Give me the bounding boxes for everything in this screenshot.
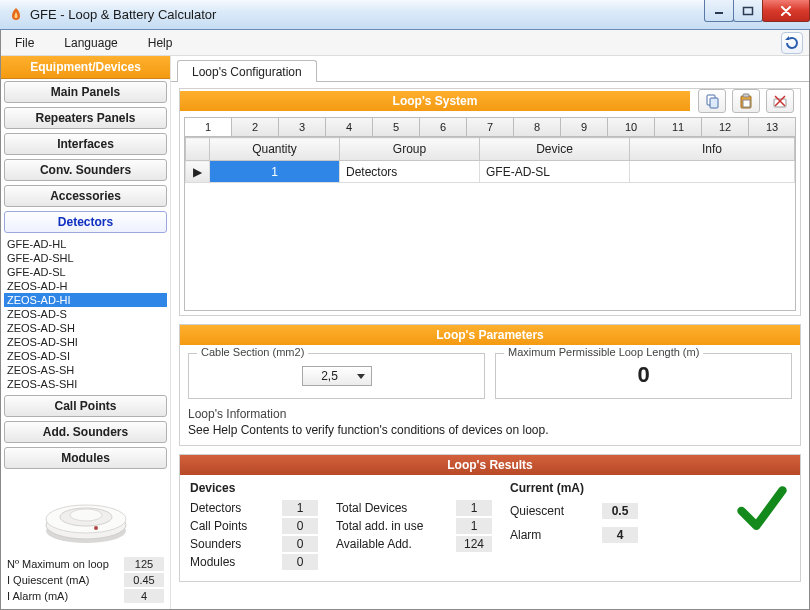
loop-length-label: Maximum Permissible Loop Length (m) xyxy=(504,346,703,358)
label: Quiescent xyxy=(510,504,592,518)
devices-header: Devices xyxy=(190,481,318,495)
value: 124 xyxy=(456,536,492,552)
detector-item[interactable]: ZEOS-AD-SHI xyxy=(4,335,167,349)
row-indicator-icon: ▶ xyxy=(186,161,210,183)
loop-tab[interactable]: 12 xyxy=(701,117,749,136)
loop-tab[interactable]: 2 xyxy=(231,117,279,136)
detector-list: GFE-AD-HL GFE-AD-SHL GFE-AD-SL ZEOS-AD-H… xyxy=(4,237,167,391)
loop-tab[interactable]: 9 xyxy=(560,117,608,136)
sidebar-interfaces[interactable]: Interfaces xyxy=(4,133,167,155)
copy-button[interactable] xyxy=(698,89,726,113)
col-quantity[interactable]: Quantity xyxy=(210,138,340,161)
value: 0.5 xyxy=(602,503,638,519)
menu-language[interactable]: Language xyxy=(56,34,125,52)
label: Detectors xyxy=(190,501,272,515)
loop-tab[interactable]: 13 xyxy=(748,117,796,136)
sidebar-conv-sounders[interactable]: Conv. Sounders xyxy=(4,159,167,181)
window-close-button[interactable] xyxy=(762,0,810,22)
svg-rect-0 xyxy=(715,12,723,14)
detector-item[interactable]: ZEOS-AS-SHI xyxy=(4,377,167,391)
value: 0 xyxy=(282,536,318,552)
loop-information: Loop's Information See Help Contents to … xyxy=(180,407,800,445)
col-device[interactable]: Device xyxy=(480,138,630,161)
sidebar-call-points[interactable]: Call Points xyxy=(4,395,167,417)
detector-item[interactable]: ZEOS-AS-SH xyxy=(4,363,167,377)
grid-row[interactable]: ▶ 1 Detectors GFE-AD-SL xyxy=(186,161,795,183)
loop-tab[interactable]: 3 xyxy=(278,117,326,136)
value: 0 xyxy=(282,554,318,570)
menu-help[interactable]: Help xyxy=(140,34,181,52)
loop-tab[interactable]: 11 xyxy=(654,117,702,136)
window-titlebar: GFE - Loop & Battery Calculator xyxy=(0,0,810,30)
cell-info[interactable] xyxy=(630,161,795,183)
cable-section-select[interactable]: 2,5 xyxy=(302,366,372,386)
loop-tab[interactable]: 7 xyxy=(466,117,514,136)
spec-i-alarm: I Alarm (mA) 4 xyxy=(5,588,166,604)
sidebar: Equipment/Devices Main Panels Repeaters … xyxy=(1,56,171,609)
tab-bar: Loop's Configuration xyxy=(171,56,809,82)
loop-info-label: Loop's Information xyxy=(188,407,792,421)
sidebar-accessories[interactable]: Accessories xyxy=(4,185,167,207)
cell-quantity[interactable]: 1 xyxy=(210,161,340,183)
sidebar-main-panels[interactable]: Main Panels xyxy=(4,81,167,103)
grid-corner xyxy=(186,138,210,161)
svg-rect-12 xyxy=(743,100,750,107)
sidebar-header: Equipment/Devices xyxy=(1,56,170,79)
loop-tab[interactable]: 10 xyxy=(607,117,655,136)
loop-tab[interactable]: 6 xyxy=(419,117,467,136)
spec-label: Nº Maximum on loop xyxy=(7,558,109,570)
tab-loop-configuration[interactable]: Loop's Configuration xyxy=(177,60,317,82)
loop-tab[interactable]: 5 xyxy=(372,117,420,136)
sidebar-modules[interactable]: Modules xyxy=(4,447,167,469)
label: Sounders xyxy=(190,537,272,551)
label: Call Points xyxy=(190,519,272,533)
loop-tab[interactable]: 4 xyxy=(325,117,373,136)
paste-button[interactable] xyxy=(732,89,760,113)
label: Total Devices xyxy=(336,501,446,515)
label: Total add. in use xyxy=(336,519,446,533)
detector-item[interactable]: GFE-AD-SL xyxy=(4,265,167,279)
detector-item-selected[interactable]: ZEOS-AD-HI xyxy=(4,293,167,307)
window-title: GFE - Loop & Battery Calculator xyxy=(30,7,216,22)
main-area: Loop's Configuration Loop's System xyxy=(171,56,809,609)
sidebar-repeaters-panels[interactable]: Repeaters Panels xyxy=(4,107,167,129)
svg-point-7 xyxy=(94,526,98,530)
sidebar-add-sounders[interactable]: Add. Sounders xyxy=(4,421,167,443)
label: Modules xyxy=(190,555,272,569)
detector-item[interactable]: GFE-AD-SHL xyxy=(4,251,167,265)
cable-section-label: Cable Section (mm2) xyxy=(197,346,308,358)
detector-item[interactable]: ZEOS-AD-S xyxy=(4,307,167,321)
value: 1 xyxy=(282,500,318,516)
status-ok-icon xyxy=(734,481,790,540)
maximize-icon xyxy=(742,6,754,16)
results-current: Current (mA) Quiescent0.5 Alarm4 xyxy=(510,481,638,547)
panel-title-system: Loop's System xyxy=(180,91,690,111)
window-minimize-button[interactable] xyxy=(704,0,734,22)
label: Alarm xyxy=(510,528,592,542)
spec-value: 4 xyxy=(124,589,164,603)
menu-file[interactable]: File xyxy=(7,34,42,52)
paste-icon xyxy=(738,93,754,109)
fieldset-loop-length: Maximum Permissible Loop Length (m) 0 xyxy=(495,353,792,399)
clear-icon xyxy=(772,93,788,109)
cell-device[interactable]: GFE-AD-SL xyxy=(480,161,630,183)
cell-group[interactable]: Detectors xyxy=(340,161,480,183)
detector-item[interactable]: ZEOS-AD-H xyxy=(4,279,167,293)
refresh-button[interactable] xyxy=(781,32,803,54)
detector-item[interactable]: GFE-AD-HL xyxy=(4,237,167,251)
spec-label: I Quiescent (mA) xyxy=(7,574,90,586)
devices-grid[interactable]: Quantity Group Device Info ▶ 1 xyxy=(184,136,796,311)
sidebar-detectors[interactable]: Detectors xyxy=(4,211,167,233)
clear-button[interactable] xyxy=(766,89,794,113)
value: 1 xyxy=(456,518,492,534)
col-group[interactable]: Group xyxy=(340,138,480,161)
detector-item[interactable]: ZEOS-AD-SI xyxy=(4,349,167,363)
spec-label: I Alarm (mA) xyxy=(7,590,68,602)
loop-tab[interactable]: 8 xyxy=(513,117,561,136)
fieldset-cable-section: Cable Section (mm2) 2,5 xyxy=(188,353,485,399)
detector-item[interactable]: ZEOS-AD-SH xyxy=(4,321,167,335)
col-info[interactable]: Info xyxy=(630,138,795,161)
window-maximize-button[interactable] xyxy=(733,0,763,22)
loop-tab[interactable]: 1 xyxy=(184,117,232,136)
panel-loops-results: Loop's Results Devices Detectors1 Call P… xyxy=(179,454,801,582)
